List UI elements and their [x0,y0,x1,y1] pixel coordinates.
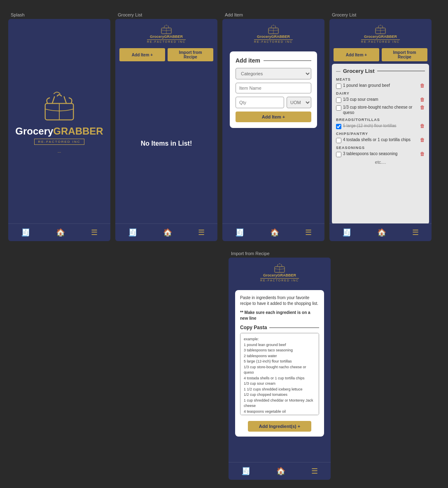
nav-receipt-icon-2[interactable]: 🧾 [128,228,137,237]
screen-label-add-item: Add Item [222,11,324,19]
nav-list-icon[interactable]: ☰ [91,228,98,237]
import-instructions: Paste in ingredients from your favorite … [240,295,319,307]
import-recipe-button-full[interactable]: Import from Recipe [382,48,427,61]
item-name-input[interactable] [236,83,311,93]
item-checkbox-tortillas[interactable] [336,124,341,129]
item-checkbox-nacho[interactable] [336,105,341,111]
header-grocery-full: Grocery GRABBER RE-FACTORED INC [329,19,432,46]
item-text-sour-cream: 1/3 cup sour cream [343,97,418,102]
nav-receipt-icon[interactable]: 🧾 [21,228,30,237]
logo-add-item: Grocery GRABBER RE-FACTORED INC [222,23,324,43]
category-meats: MEATS [336,77,425,81]
delete-icon-tortillas[interactable]: 🗑 [420,123,425,129]
import-recipe-button-empty[interactable]: Import from Recipe [168,48,213,61]
list-item: 1 pound lean ground beef 🗑 [336,83,425,89]
recipe-textarea[interactable] [240,333,319,415]
nav-home-icon-3[interactable]: 🏠 [270,228,279,237]
bottom-nav-splash: 🧾 🏠 ☰ [8,223,110,241]
item-checkbox-chips[interactable] [336,138,341,143]
basket-icon-small [159,23,174,35]
action-buttons-empty: Add Item + Import from Recipe [115,46,217,64]
nav-receipt-icon-3[interactable]: 🧾 [235,228,244,237]
delete-icon-sour-cream[interactable]: 🗑 [420,97,425,102]
header-import: Grocery GRABBER RE-FACTORED INC [229,258,331,284]
add-ingredients-button[interactable]: Add Ingredient(s) + [248,421,311,432]
nav-home-icon-2[interactable]: 🏠 [163,228,172,237]
delete-icon-chips[interactable]: 🗑 [420,137,425,143]
nav-list-icon-5[interactable]: ☰ [311,467,318,476]
logo-grocery-full: Grocery GRABBER RE-FACTORED INC [329,23,432,43]
splash-content: Grocery GRABBER RE-FACTORED INC ... [8,19,110,223]
item-text-tortillas: 5 large (12-inch) flour tortillas [343,123,418,128]
bottom-nav-empty: 🧾 🏠 ☰ [115,223,217,241]
screen-label-grocery-full: Grocery List [329,11,432,19]
import-note: ** Make sure each ingredient is on a new… [240,310,319,321]
logo-sub-add: RE-FACTORED INC [254,40,293,43]
bottom-nav-add: 🧾 🏠 ☰ [222,223,324,241]
logo-text-grocery: Grocery [150,35,164,39]
nav-list-icon-3[interactable]: ☰ [305,228,312,237]
item-text-chips: 4 tostada shells or 1 cup tortilla chips [343,137,418,142]
import-note-text: ** Make sure each ingredient is on a new… [240,310,310,321]
nav-home-icon[interactable]: 🏠 [56,228,65,237]
import-content: Paste in ingredients from your favorite … [229,284,331,462]
splash-loading-dots: ... [58,149,61,153]
basket-icon-large [39,89,80,122]
logo-text-grocery-3: Grocery [257,35,271,39]
screen-label-grocery-empty: Grocery List [115,11,217,19]
basket-icon-add [266,23,281,35]
logo-text-grabber-3: GRABBER [271,35,290,39]
logo-text-grocery-4: Grocery [364,35,378,39]
header-add-item: Grocery GRABBER RE-FACTORED INC [222,19,324,46]
delete-icon-taco-seasoning[interactable]: 🗑 [420,151,425,157]
basket-icon-import [272,262,287,273]
nav-home-icon-4[interactable]: 🏠 [377,228,386,237]
add-item-button-empty[interactable]: Add Item + [119,48,165,61]
add-item-modal: Add item Categories UOM oz cup tbsp tsp [230,51,317,128]
uom-select[interactable]: UOM oz cup tbsp tsp lbs [287,97,311,108]
item-checkbox-beef[interactable] [336,84,341,89]
category-seasonings: SEASONINGS [336,146,425,150]
logo-sub-import: RE-FACTORED INC [260,278,299,282]
header-grocery-empty: Grocery GRABBER RE-FACTORED INC [115,19,217,46]
list-item: 4 tostada shells or 1 cup tortilla chips… [336,137,425,143]
nav-receipt-icon-4[interactable]: 🧾 [342,228,351,237]
logo-text-grocery-import: Grocery [263,273,278,277]
list-item: 3 tablespoons taco seasoning 🗑 [336,151,425,157]
logo-grocery-empty: Grocery GRABBER RE-FACTORED INC [115,23,217,43]
logo-import: Grocery GRABBER RE-FACTORED INC [229,262,331,282]
import-recipe-screen: Grocery GRABBER RE-FACTORED INC Paste in… [229,258,331,480]
import-modal: Paste in ingredients from your favorite … [235,290,324,437]
logo-sub-text: RE-FACTORED INC [147,40,186,43]
delete-icon-beef[interactable]: 🗑 [420,83,425,88]
logo-text-grabber-import: GRABBER [278,273,296,277]
qty-input[interactable] [236,97,284,108]
list-item: 1/3 cup sour cream 🗑 [336,97,425,103]
add-item-screen: Grocery GRABBER RE-FACTORED INC Add item… [222,19,324,241]
list-item: 1/3 cup store-bought nacho cheese or que… [336,105,425,115]
category-chips: CHIPS/PANTRY [336,132,425,136]
splash-screen: Grocery GRABBER RE-FACTORED INC ... 🧾 🏠 … [8,19,110,241]
item-text-beef: 1 pound lean ground beef [343,83,418,88]
grocery-list-empty-screen: Grocery GRABBER RE-FACTORED INC Add Item… [115,19,217,241]
categories-select[interactable]: Categories [236,68,311,79]
list-item: 5 large (12-inch) flour tortillas 🗑 [336,123,425,129]
logo-text-grabber: GRABBER [164,35,183,39]
category-dairy: DAIRY [336,91,425,95]
splash-title-grocery: Grocery [15,125,53,137]
splash-subtitle: RE-FACTORED INC [34,139,84,145]
nav-list-icon-2[interactable]: ☰ [198,228,205,237]
nav-list-icon-4[interactable]: ☰ [412,228,419,237]
splash-title-grabber: GRABBER [53,125,103,137]
nav-receipt-icon-5[interactable]: 🧾 [241,467,250,476]
delete-icon-nacho[interactable]: 🗑 [420,105,425,110]
add-item-button-full[interactable]: Add Item + [334,48,379,61]
nav-home-icon-5[interactable]: 🏠 [276,467,285,476]
item-checkbox-sour-cream[interactable] [336,98,341,103]
item-checkbox-taco-seasoning[interactable] [336,152,341,157]
add-item-submit-button[interactable]: Add Item + [236,112,311,122]
grocery-list-content: — Grocery List MEATS 1 pound lean ground… [329,64,432,223]
logo-sub-full: RE-FACTORED INC [361,40,400,43]
bottom-nav-import: 🧾 🏠 ☰ [229,462,331,480]
qty-uom-row: UOM oz cup tbsp tsp lbs [236,97,311,108]
